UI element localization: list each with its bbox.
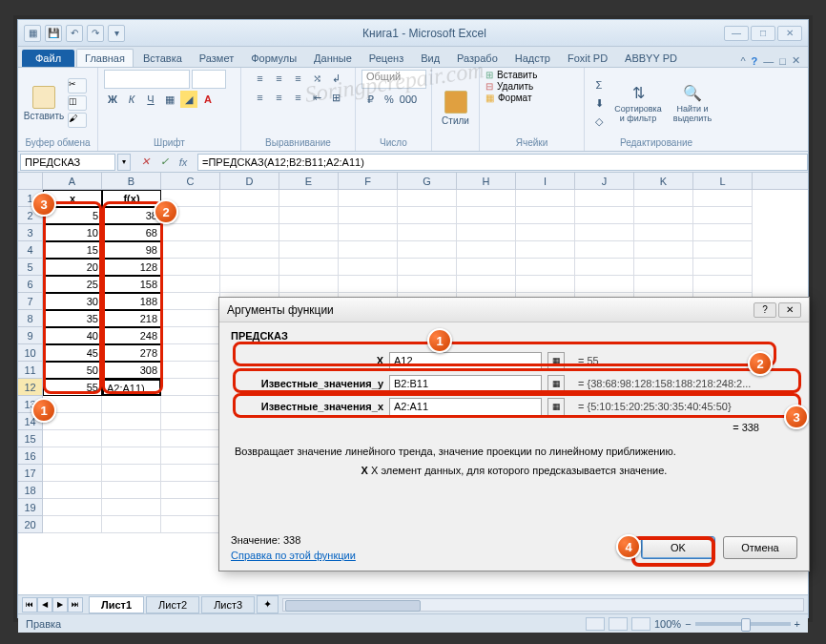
copy-icon[interactable]: ◫ [68, 95, 87, 111]
cell[interactable] [161, 310, 220, 327]
range-picker-icon[interactable]: ▦ [547, 398, 565, 416]
cell[interactable] [634, 276, 693, 293]
cell[interactable] [398, 276, 457, 293]
cell[interactable]: 248 [102, 327, 161, 344]
align-center-icon[interactable]: ≡ [271, 89, 288, 106]
styles-button[interactable]: Стили [438, 81, 473, 136]
cell[interactable] [516, 207, 575, 224]
formula-input[interactable] [197, 154, 808, 171]
arg-x-input[interactable] [389, 352, 542, 370]
cell[interactable] [102, 499, 161, 516]
cell[interactable] [398, 207, 457, 224]
number-format-select[interactable]: Общий [361, 70, 426, 89]
bold-icon[interactable]: Ж [104, 91, 121, 108]
format-cell-button[interactable]: ▦Формат [485, 93, 578, 103]
sheet-nav-next-icon[interactable]: ▶ [52, 597, 68, 613]
col-header[interactable]: B [102, 173, 161, 189]
row-header[interactable]: 16 [18, 447, 43, 465]
cell[interactable] [220, 241, 279, 259]
fx-icon[interactable]: fx [175, 155, 192, 170]
cell[interactable] [575, 259, 634, 276]
sheet-tab[interactable]: Лист1 [89, 596, 144, 613]
cell[interactable] [575, 276, 634, 293]
tab-addins[interactable]: Надстр [507, 50, 558, 67]
sheet-nav-first-icon[interactable]: ⏮ [22, 597, 37, 613]
cell[interactable] [516, 259, 575, 276]
cell[interactable] [161, 430, 220, 447]
find-select-button[interactable]: 🔍 Найти и выделить [669, 75, 716, 131]
save-icon[interactable]: 💾 [45, 25, 62, 42]
merge-icon[interactable]: ⊞ [328, 89, 345, 106]
cell[interactable] [102, 482, 161, 499]
delete-cell-button[interactable]: ⊟Удалить [485, 81, 578, 92]
cell[interactable] [102, 413, 161, 430]
cell[interactable] [279, 259, 339, 276]
cell[interactable] [161, 379, 220, 396]
sheet-nav-last-icon[interactable]: ⏭ [68, 597, 83, 613]
cell[interactable] [102, 516, 161, 533]
cancel-formula-icon[interactable]: ✕ [136, 155, 154, 170]
tab-developer[interactable]: Разрабо [449, 50, 506, 67]
cell[interactable] [693, 190, 753, 207]
tab-abbyy[interactable]: ABBYY PD [617, 50, 685, 67]
file-tab[interactable]: Файл [22, 50, 74, 67]
cell[interactable]: 188 [102, 293, 161, 310]
cell[interactable]: A2:A11) [102, 379, 161, 396]
arg-xknown-input[interactable] [389, 398, 542, 416]
cell[interactable] [693, 224, 753, 241]
cell[interactable] [43, 482, 102, 499]
row-header[interactable]: 19 [18, 499, 43, 516]
cell[interactable]: 35 [43, 310, 102, 327]
cell[interactable]: 45 [43, 344, 102, 362]
col-header[interactable]: J [575, 173, 634, 189]
row-header[interactable]: 6 [18, 276, 43, 293]
row-header[interactable]: 11 [18, 362, 43, 379]
cell[interactable]: 38 [102, 207, 161, 224]
cell[interactable] [279, 241, 339, 259]
clear-icon[interactable]: ◇ [590, 113, 608, 130]
comma-icon[interactable]: 000 [400, 91, 417, 108]
cell[interactable] [398, 259, 457, 276]
cell[interactable] [161, 224, 220, 241]
cell[interactable] [516, 241, 575, 259]
zoom-in-icon[interactable]: + [795, 618, 800, 630]
format-painter-icon[interactable]: 🖌 [68, 113, 87, 128]
row-header[interactable]: 8 [18, 310, 43, 327]
tab-data[interactable]: Данные [306, 50, 360, 67]
cell[interactable] [575, 224, 634, 241]
cell[interactable] [161, 259, 220, 276]
sort-filter-button[interactable]: ⇅ Сортировка и фильтр [611, 75, 665, 131]
window-close-icon[interactable]: ✕ [792, 54, 800, 67]
cell[interactable] [102, 430, 161, 447]
cell[interactable] [339, 190, 398, 207]
row-header[interactable]: 12 [18, 379, 43, 396]
cell[interactable]: 15 [43, 241, 102, 259]
horizontal-scrollbar[interactable] [282, 598, 804, 612]
font-size-select[interactable] [192, 70, 226, 89]
col-header[interactable]: K [634, 173, 693, 189]
align-mid-icon[interactable]: ≡ [271, 70, 288, 87]
cell[interactable]: 55 [43, 379, 102, 396]
col-header[interactable]: H [457, 173, 516, 189]
cell[interactable] [102, 465, 161, 482]
cell[interactable]: 128 [102, 259, 161, 276]
cell[interactable]: 98 [102, 241, 161, 259]
row-header[interactable]: 3 [18, 224, 43, 241]
cell[interactable] [339, 276, 398, 293]
row-header[interactable]: 20 [18, 516, 43, 533]
cell[interactable] [457, 241, 516, 259]
cell[interactable] [43, 465, 102, 482]
dialog-close-icon[interactable]: ✕ [778, 302, 801, 318]
minimize-ribbon-icon[interactable]: ^ [740, 55, 745, 67]
cell[interactable] [220, 259, 279, 276]
dialog-help-icon[interactable]: ? [754, 302, 776, 318]
cell[interactable] [339, 207, 398, 224]
close-button[interactable]: ✕ [777, 26, 802, 41]
cell[interactable] [693, 241, 753, 259]
view-normal-icon[interactable] [586, 617, 605, 631]
align-top-icon[interactable]: ≡ [252, 70, 269, 87]
row-header[interactable]: 7 [18, 293, 43, 310]
cell[interactable] [279, 207, 339, 224]
row-header[interactable]: 17 [18, 465, 43, 482]
cell[interactable] [398, 224, 457, 241]
